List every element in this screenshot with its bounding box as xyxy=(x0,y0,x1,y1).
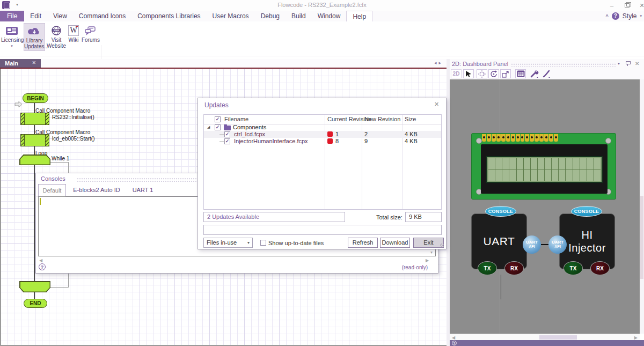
table-row-file[interactable]: ✓ InjectorHumanInterface.fcpx 8 9 4 KB xyxy=(204,138,441,145)
collapse-ribbon-icon[interactable]: ^ xyxy=(606,13,609,19)
select-all-checkbox[interactable]: ✓ xyxy=(215,116,221,122)
menu-help[interactable]: Help xyxy=(346,11,372,21)
exit-button[interactable]: Exit xyxy=(413,238,444,248)
loop-connector xyxy=(50,287,69,288)
lcd-pin xyxy=(501,134,506,142)
lcd-cell xyxy=(559,158,565,170)
dashboard-menu-icon[interactable]: ▾ xyxy=(618,61,620,66)
loop-end-node[interactable] xyxy=(19,281,50,292)
uart-console-badge[interactable]: CONSOLE xyxy=(485,206,516,217)
lcd-pin xyxy=(492,134,496,142)
properties-grid-button[interactable] xyxy=(515,69,526,78)
flow-begin-node[interactable]: BEGIN xyxy=(23,93,48,103)
injector-rx-pin[interactable]: RX xyxy=(590,261,610,275)
download-progress-bar xyxy=(203,225,442,235)
injector-tx-pin[interactable]: TX xyxy=(564,261,583,275)
view-2d-button[interactable]: 2D xyxy=(451,69,462,78)
hscroll-right-icon[interactable]: ▶ xyxy=(634,335,638,340)
menu-build[interactable]: Build xyxy=(286,11,312,21)
console-vscroll-down-icon[interactable]: ▾ xyxy=(430,250,433,255)
refresh-button[interactable]: Refresh xyxy=(348,238,378,248)
consoles-title[interactable]: Consoles xyxy=(41,175,65,182)
table-row-file[interactable]: ✓ ctrl_lcd.fcpx 1 2 4 KB xyxy=(204,131,441,138)
brush-tool-button[interactable] xyxy=(541,69,552,78)
restore-button[interactable] xyxy=(619,0,634,11)
menu-window[interactable]: Window xyxy=(312,11,347,21)
macro2-node[interactable] xyxy=(20,134,49,146)
wiki-button[interactable]: W Wiki xyxy=(67,23,80,51)
console-caret xyxy=(40,198,41,205)
wrench-tool-button[interactable] xyxy=(529,69,540,78)
close-button[interactable]: ✕ xyxy=(634,0,644,11)
hscroll-thumb[interactable] xyxy=(539,335,577,340)
dashboard-hscrollbar[interactable]: ◀ ▶ xyxy=(450,334,640,340)
show-uptodate-checkbox[interactable] xyxy=(260,240,266,246)
injector-api-port[interactable]: UARTAPI xyxy=(548,235,567,254)
ribbon-help-tab: Licensing ▾ Library Updates... www xyxy=(0,21,644,56)
updates-close-icon[interactable]: ✕ xyxy=(434,101,439,108)
dashboard-canvas[interactable]: UART CONSOLE TX RX UARTAPI HIInjector CO… xyxy=(450,79,640,334)
console-help-icon[interactable]: ? xyxy=(39,263,46,270)
lcd-screen xyxy=(486,156,603,183)
lcd-cell xyxy=(594,170,601,181)
console-tab-default[interactable]: Default xyxy=(38,184,66,196)
rotate-tool-button[interactable] xyxy=(488,69,499,78)
dashboard-drag-handle[interactable] xyxy=(511,62,616,67)
tab-scroll-next-icon[interactable]: ▸ xyxy=(438,60,443,65)
console-tab-uart1[interactable]: UART 1 xyxy=(127,184,158,196)
library-updates-button[interactable]: Library Updates... xyxy=(24,23,45,51)
menu-user-macros[interactable]: User Macros xyxy=(207,11,255,21)
resize-tool-button[interactable] xyxy=(500,69,511,78)
move-tool-button[interactable] xyxy=(477,69,487,78)
uart-rx-pin[interactable]: RX xyxy=(504,261,524,275)
components-checkbox[interactable]: ✓ xyxy=(215,124,221,130)
licensing-button[interactable]: Licensing ▾ xyxy=(1,23,23,51)
lcd-component[interactable] xyxy=(471,133,616,200)
uart-component[interactable]: UART xyxy=(471,214,527,269)
uart-api-port[interactable]: UARTAPI xyxy=(523,235,541,254)
forums-button[interactable]: Forums xyxy=(82,23,99,51)
macro2-detail: lcd_eb005::Start() xyxy=(52,136,95,142)
files-filter-dropdown[interactable]: Files in-use ▾ xyxy=(203,238,253,248)
loop-begin-node[interactable] xyxy=(19,154,50,165)
injector-console-badge[interactable]: CONSOLE xyxy=(571,206,602,217)
updates-table-header: ✓ Filename Current Revision New Revision… xyxy=(204,115,441,124)
updates-title[interactable]: Updates xyxy=(204,101,229,109)
macro1-node[interactable] xyxy=(20,113,49,125)
titlebar[interactable]: ▾ Flowcode - RS232_Example2.fcfx – ✕ xyxy=(0,0,644,11)
flow-end-node[interactable]: END xyxy=(24,299,47,308)
file-checkbox[interactable]: ✓ xyxy=(224,138,230,144)
style-dropdown-icon[interactable]: ▾ xyxy=(640,14,642,18)
dashboard-vscrollbar[interactable] xyxy=(640,79,644,334)
tab-close-icon[interactable]: ✕ xyxy=(32,60,36,65)
table-row-components[interactable]: ◢ ✓ Components xyxy=(204,124,441,131)
menu-edit[interactable]: Edit xyxy=(24,11,47,21)
minimize-button[interactable]: – xyxy=(604,0,619,11)
menu-debug[interactable]: Debug xyxy=(255,11,286,21)
uart-tx-pin[interactable]: TX xyxy=(478,261,497,275)
updates-table: ✓ Filename Current Revision New Revision… xyxy=(203,114,442,210)
file-checkbox[interactable]: ✓ xyxy=(224,131,230,137)
console-tab-eblocks2[interactable]: E-blocks2 Auto ID xyxy=(67,184,126,196)
menu-components-libraries[interactable]: Components Libraries xyxy=(131,11,206,21)
run-cursor-button[interactable] xyxy=(463,69,474,78)
vscroll-thumb[interactable] xyxy=(640,196,643,279)
tab-main[interactable]: Main ✕ xyxy=(0,59,41,68)
dashboard-close-icon[interactable]: ✕ xyxy=(635,61,639,67)
help-icon[interactable]: ? xyxy=(612,12,619,20)
hscroll-left-icon[interactable]: ◀ xyxy=(452,335,455,340)
console-hscroll-left-icon[interactable]: ◀ xyxy=(39,258,42,263)
menu-command-icons[interactable]: Command Icons xyxy=(73,11,131,21)
menu-file[interactable]: File xyxy=(0,11,24,21)
console-hscroll-right-icon[interactable]: ▶ xyxy=(426,258,429,263)
lcd-cell xyxy=(573,158,580,170)
resize-grip[interactable] xyxy=(440,244,444,247)
menu-view[interactable]: View xyxy=(47,11,73,21)
dashboard-pin-icon[interactable] xyxy=(625,61,630,67)
statusbar-help-icon[interactable]: ? xyxy=(452,341,457,345)
download-button[interactable]: Download xyxy=(380,238,410,248)
visit-website-button[interactable]: www Visit Website xyxy=(46,23,67,51)
tree-expander-icon[interactable]: ◢ xyxy=(207,125,210,129)
style-menu[interactable]: Style xyxy=(623,12,637,20)
hi-injector-component[interactable]: HIInjector xyxy=(559,214,615,269)
